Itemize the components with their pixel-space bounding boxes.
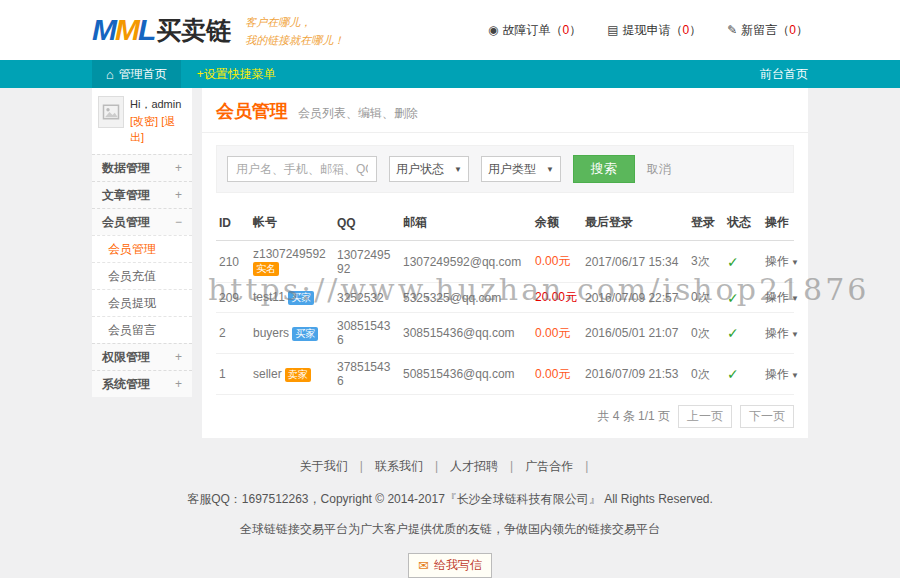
new-messages-link[interactable]: ✎新留言（0） (727, 22, 808, 39)
logo-slogan: 客户在哪儿， 我的链接就在哪儿！ (245, 10, 344, 49)
menu-label: 系统管理 (102, 371, 150, 397)
sidebar-item-permission-manage[interactable]: 权限管理 + (92, 343, 192, 370)
sidebar-item-article-manage[interactable]: 文章管理 + (92, 181, 192, 208)
main-panel: 会员管理 会员列表、编辑、删除 用户状态 ▼ 用户类型 ▼ 搜索 取消 (202, 88, 808, 438)
main-nav: ⌂ 管理首页 +设置快捷菜单 前台首页 (0, 60, 900, 88)
user-status-select[interactable]: 用户状态 ▼ (389, 156, 469, 182)
table-row: 1 seller 卖家 378515436 508515436@qq.com 0… (216, 354, 794, 395)
caret-down-icon: ▼ (791, 371, 799, 380)
action-dropdown-button[interactable]: 操作▼ (765, 326, 799, 340)
cell-status: ✓ (724, 313, 762, 354)
cell-balance: 0.00元 (532, 241, 582, 283)
cell-last-login: 2016/05/01 21:07 (582, 313, 688, 354)
cell-email: 308515436@qq.com (400, 313, 532, 354)
prev-page-button[interactable]: 上一页 (678, 405, 732, 428)
col-header-balance: 余额 (532, 205, 582, 241)
cell-logins: 0次 (688, 283, 724, 313)
cell-last-login: 2017/06/17 15:34 (582, 241, 688, 283)
footer-link-contact[interactable]: 联系我们 (375, 459, 423, 473)
status-check-icon: ✓ (727, 366, 739, 382)
table-row: 209 test11 买家 3252532 5325325@qq.com 20.… (216, 283, 794, 313)
plus-icon: + (175, 155, 182, 181)
user-profile: Hi，admin [改密] [退出] (92, 88, 192, 154)
caret-down-icon: ▼ (791, 330, 799, 339)
site-slogan: 全球链链接交易平台为广大客户提供优质的友链，争做国内领先的链接交易平台 (0, 521, 900, 538)
quick-menu-link[interactable]: +设置快捷菜单 (197, 66, 276, 83)
next-page-button[interactable]: 下一页 (740, 405, 794, 428)
copyright: 客服QQ：1697512263，Copyright © 2014-2017『长沙… (0, 491, 900, 508)
change-password-link[interactable]: [改密] (130, 115, 158, 127)
cell-account: z1307249592 实名 (250, 241, 334, 283)
sidebar-subitem-member-manage[interactable]: 会员管理 (92, 235, 192, 262)
menu-label: 会员管理 (102, 209, 150, 235)
account-name: buyers (253, 326, 289, 340)
account-name: test11 (253, 290, 285, 304)
sidebar-subitem-member-recharge[interactable]: 会员充值 (92, 262, 192, 289)
site-logo[interactable]: MML 买卖链 (92, 13, 231, 47)
cell-balance: 20.00元 (532, 283, 582, 313)
cell-id: 209 (216, 283, 250, 313)
col-header-logins: 登录 (688, 205, 724, 241)
account-name: z1307249592 (253, 247, 326, 261)
status-check-icon: ✓ (727, 254, 739, 270)
sidebar-item-system-manage[interactable]: 系统管理 + (92, 370, 192, 397)
account-badge: 买家 (292, 327, 318, 341)
greeting: Hi，admin (130, 96, 186, 113)
withdraw-requests-link[interactable]: ▤提现申请（0） (607, 22, 701, 39)
cell-action: 操作▼ (762, 283, 794, 313)
new-messages-count: 0 (789, 23, 796, 37)
nav-item-admin-home[interactable]: ⌂ 管理首页 (92, 60, 181, 88)
logo-mml: MML (92, 13, 154, 47)
withdraw-requests-icon: ▤ (607, 23, 618, 37)
footer-link-ads[interactable]: 广告合作 (525, 459, 573, 473)
cell-account: buyers 买家 (250, 313, 334, 354)
footer-link-jobs[interactable]: 人才招聘 (450, 459, 498, 473)
cell-qq: 1307249592 (334, 241, 400, 283)
account-badge: 买家 (288, 291, 314, 305)
search-button[interactable]: 搜索 (573, 155, 635, 183)
cell-qq: 308515436 (334, 313, 400, 354)
cell-last-login: 2016/07/09 22:57 (582, 283, 688, 313)
photo-placeholder-icon (102, 103, 120, 121)
col-header-email: 邮箱 (400, 205, 532, 241)
user-type-select[interactable]: 用户类型 ▼ (481, 156, 561, 182)
balance-value: 0.00元 (535, 367, 570, 381)
sidebar-item-data-manage[interactable]: 数据管理 + (92, 154, 192, 181)
search-input[interactable] (227, 156, 377, 182)
cell-action: 操作▼ (762, 354, 794, 395)
plus-icon: + (175, 344, 182, 370)
col-header-last-login: 最后登录 (582, 205, 688, 241)
cancel-link[interactable]: 取消 (647, 161, 671, 178)
member-table: ID 帐号 QQ 邮箱 余额 最后登录 登录 状态 操作 210 z130724… (216, 205, 794, 395)
sidebar-item-member-manage[interactable]: 会员管理 − (92, 208, 192, 235)
cell-action: 操作▼ (762, 313, 794, 354)
minus-icon: − (175, 209, 182, 235)
plus-icon: + (175, 371, 182, 397)
action-dropdown-button[interactable]: 操作▼ (765, 367, 799, 381)
page-subtitle: 会员列表、编辑、删除 (298, 105, 418, 122)
action-dropdown-button[interactable]: 操作▼ (765, 254, 799, 268)
mail-button[interactable]: ✉ 给我写信 (408, 553, 492, 578)
action-dropdown-button[interactable]: 操作▼ (765, 290, 799, 304)
sidebar-subitem-member-withdraw[interactable]: 会员提现 (92, 289, 192, 316)
col-header-id: ID (216, 205, 250, 241)
cell-action: 操作▼ (762, 241, 794, 283)
front-home-link[interactable]: 前台首页 (760, 66, 808, 83)
table-row: 210 z1307249592 实名 1307249592 1307249592… (216, 241, 794, 283)
status-check-icon: ✓ (727, 290, 739, 306)
fault-orders-link[interactable]: ◉故障订单（0） (488, 22, 581, 39)
cell-id: 1 (216, 354, 250, 395)
pagination: 共 4 条 1/1 页 上一页 下一页 (216, 405, 794, 428)
table-header-row: ID 帐号 QQ 邮箱 余额 最后登录 登录 状态 操作 (216, 205, 794, 241)
footer-link-about[interactable]: 关于我们 (300, 459, 348, 473)
sidebar-subitem-member-message[interactable]: 会员留言 (92, 316, 192, 343)
table-row: 2 buyers 买家 308515436 308515436@qq.com 0… (216, 313, 794, 354)
header-stats: ◉故障订单（0） ▤提现申请（0） ✎新留言（0） (488, 22, 808, 39)
search-bar: 用户状态 ▼ 用户类型 ▼ 搜索 取消 (216, 145, 794, 193)
caret-down-icon: ▼ (454, 165, 462, 174)
cell-balance: 0.00元 (532, 313, 582, 354)
cell-balance: 0.00元 (532, 354, 582, 395)
caret-down-icon: ▼ (791, 294, 799, 303)
top-header: MML 买卖链 客户在哪儿， 我的链接就在哪儿！ ◉故障订单（0） ▤提现申请（… (0, 0, 900, 60)
footer-links: 关于我们|联系我们|人才招聘|广告合作| (0, 458, 900, 475)
